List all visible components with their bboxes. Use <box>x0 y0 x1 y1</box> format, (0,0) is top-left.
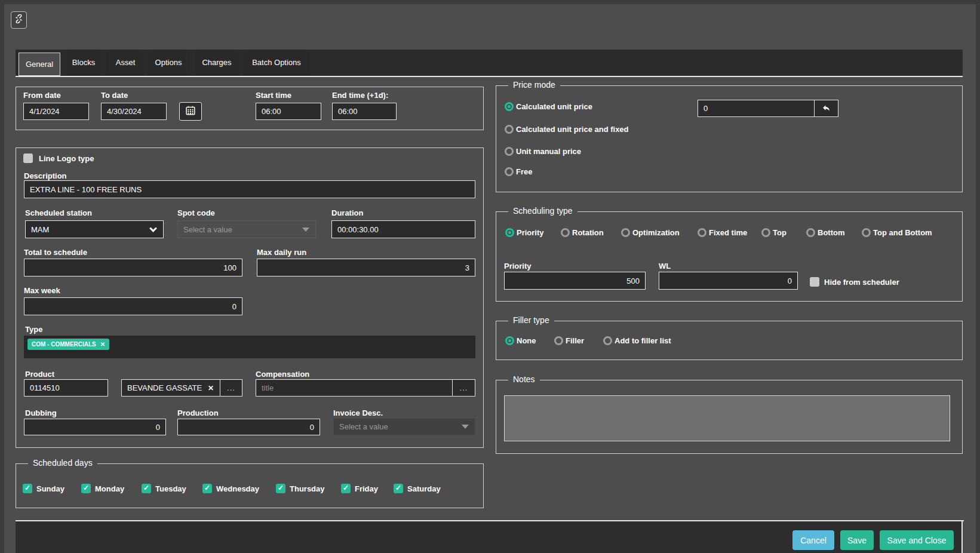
tab-charges[interactable]: Charges <box>194 50 239 76</box>
spot-code-label: Spot code <box>177 208 215 217</box>
chevron-down-icon <box>462 425 469 429</box>
wl-label: WL <box>659 262 671 271</box>
price-input[interactable] <box>698 100 814 116</box>
radio-optimization[interactable] <box>621 228 630 237</box>
day-saturday[interactable]: Saturday <box>394 484 441 493</box>
product-browse-button[interactable]: ... <box>220 380 242 396</box>
thursday-checkbox[interactable] <box>276 484 285 493</box>
station-select[interactable]: MAM <box>25 220 164 238</box>
type-field[interactable]: COM - COMMERCIALS✕ <box>24 336 475 358</box>
dubbing-input[interactable] <box>24 419 166 435</box>
price-option-free[interactable]: Free <box>505 167 532 176</box>
wednesday-checkbox[interactable] <box>202 484 212 493</box>
to-date-input[interactable] <box>101 103 167 120</box>
radio-rotation[interactable] <box>561 228 570 237</box>
remove-tag-icon[interactable]: ✕ <box>100 341 105 348</box>
calendar-icon <box>186 106 195 118</box>
sched-option-bottom[interactable]: Bottom <box>806 228 856 237</box>
tab-general[interactable]: General <box>19 53 60 76</box>
tab-asset[interactable]: Asset <box>106 50 145 76</box>
line-logo-label: Line Logo type <box>39 154 94 163</box>
cancel-button[interactable]: Cancel <box>792 530 834 550</box>
filler-option-add-to-list[interactable]: Add to filler list <box>603 336 671 345</box>
tuesday-checkbox[interactable] <box>142 484 151 493</box>
save-button[interactable]: Save <box>840 530 874 550</box>
description-input[interactable] <box>24 180 475 198</box>
compensation-input[interactable] <box>256 380 452 396</box>
radio-top-and-bottom[interactable] <box>862 228 871 237</box>
sched-option-rotation[interactable]: Rotation <box>561 228 615 237</box>
monday-checkbox[interactable] <box>81 484 91 493</box>
price-option-calculated[interactable]: Calculated unit price <box>505 102 592 111</box>
tab-batch-options[interactable]: Batch Options <box>243 50 310 76</box>
sunday-checkbox[interactable] <box>23 484 32 493</box>
notes-fieldset: Notes <box>496 380 963 454</box>
dubbing-label: Dubbing <box>25 408 57 417</box>
filler-option-filler[interactable]: Filler <box>554 336 597 345</box>
end-time-input[interactable] <box>332 103 397 120</box>
unlink-button[interactable] <box>11 11 27 29</box>
radio-bottom[interactable] <box>806 228 815 237</box>
station-value: MAM <box>26 225 150 234</box>
duration-input[interactable] <box>331 220 475 238</box>
radio-calculated-unit-price[interactable] <box>505 102 514 111</box>
saturday-checkbox[interactable] <box>394 484 403 493</box>
spot-code-select[interactable]: Select a value <box>177 220 316 238</box>
sched-option-top[interactable]: Top <box>761 228 800 237</box>
product-label: Product <box>25 370 54 379</box>
sched-option-priority[interactable]: Priority <box>505 228 555 237</box>
priority-input[interactable] <box>504 272 646 290</box>
from-date-input[interactable] <box>23 103 89 120</box>
clear-product-icon[interactable]: ✕ <box>208 380 214 396</box>
notes-textarea[interactable] <box>504 395 950 441</box>
tab-underline <box>16 76 963 77</box>
day-sunday[interactable]: Sunday <box>23 484 64 493</box>
price-undo-button[interactable] <box>814 100 838 116</box>
radio-filler[interactable] <box>554 336 563 345</box>
radio-calculated-fixed[interactable] <box>505 125 514 134</box>
day-tuesday[interactable]: Tuesday <box>142 484 186 493</box>
priority-label: Priority <box>504 262 532 271</box>
radio-fixed-time[interactable] <box>698 228 706 237</box>
sched-option-optimization[interactable]: Optimization <box>621 228 692 237</box>
max-week-input[interactable] <box>24 297 242 315</box>
filler-option-none[interactable]: None <box>505 336 548 345</box>
save-and-close-button[interactable]: Save and Close <box>880 530 954 550</box>
calendar-button[interactable] <box>179 102 202 121</box>
invoice-desc-select[interactable]: Select a value <box>333 418 475 435</box>
price-option-unit-manual[interactable]: Unit manual price <box>505 147 581 156</box>
tab-blocks[interactable]: Blocks <box>64 50 103 76</box>
type-tag[interactable]: COM - COMMERCIALS✕ <box>27 339 109 350</box>
day-wednesday[interactable]: Wednesday <box>202 484 259 493</box>
wl-input[interactable] <box>659 272 798 290</box>
chevron-down-icon <box>149 225 157 232</box>
production-input[interactable] <box>177 419 320 435</box>
filler-type-fieldset: Filler type None Filler Add to filler li… <box>496 321 963 360</box>
line-logo-checkbox[interactable] <box>23 153 33 163</box>
sched-option-top-and-bottom[interactable]: Top and Bottom <box>862 228 932 237</box>
max-daily-input[interactable] <box>257 259 475 276</box>
radio-add-to-filler-list[interactable] <box>603 336 612 345</box>
radio-unit-manual[interactable] <box>505 147 514 156</box>
scheduled-days-fieldset: Scheduled days Sunday Monday Tuesday Wed… <box>16 463 484 508</box>
end-time-label: End time (+1d): <box>332 91 388 100</box>
radio-top[interactable] <box>761 228 770 237</box>
price-option-calculated-fixed[interactable]: Calculated unit price and fixed <box>505 125 629 134</box>
day-monday[interactable]: Monday <box>81 484 124 493</box>
radio-free[interactable] <box>505 167 514 176</box>
radio-none[interactable] <box>505 336 514 345</box>
radio-priority[interactable] <box>505 228 514 237</box>
friday-checkbox[interactable] <box>341 484 351 493</box>
start-time-input[interactable] <box>256 103 321 120</box>
general-box: Line Logo type Description Scheduled sta… <box>16 148 484 448</box>
tab-options[interactable]: Options <box>148 50 189 76</box>
day-friday[interactable]: Friday <box>341 484 378 493</box>
dates-box: From date To date Start time End time (+… <box>16 87 484 130</box>
day-thursday[interactable]: Thursday <box>276 484 325 493</box>
type-tag-label: COM - COMMERCIALS <box>32 341 96 348</box>
total-input[interactable] <box>24 259 242 276</box>
hide-from-scheduler-checkbox[interactable] <box>810 277 819 287</box>
compensation-browse-button[interactable]: ... <box>452 380 475 396</box>
sched-option-fixed-time[interactable]: Fixed time <box>698 228 755 237</box>
product-code-input[interactable] <box>24 379 108 397</box>
